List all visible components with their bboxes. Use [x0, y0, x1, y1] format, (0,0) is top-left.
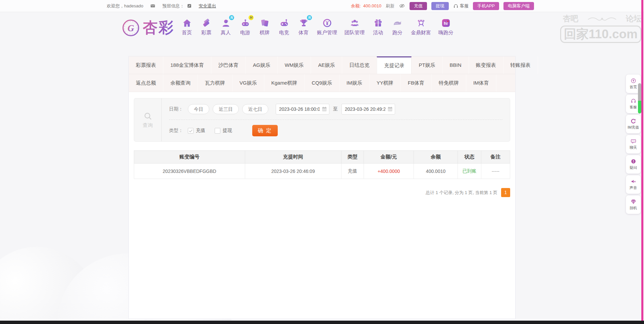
withdraw-checkbox-label[interactable]: 提现 — [223, 128, 232, 134]
side-hangup[interactable]: 挂机 — [626, 195, 641, 214]
message-envelope-icon[interactable] — [150, 3, 156, 9]
customer-service-link[interactable]: 客服 — [453, 3, 469, 9]
tab-item[interactable]: 返点总额 — [129, 74, 163, 92]
headset-icon — [453, 3, 459, 9]
calendar-icon[interactable] — [387, 106, 393, 112]
tab-item[interactable]: VG娱乐 — [232, 74, 264, 92]
main-nav: 首页 彩票 N 真人 H 电游 棋牌 — [177, 17, 457, 36]
tab-recharge-withdraw-records-active[interactable]: 充提记录 — [377, 56, 412, 74]
withdraw-checkbox-unchecked[interactable] — [215, 128, 220, 134]
esports-controller-icon — [278, 17, 290, 28]
tab-item[interactable]: 特免棋牌 — [432, 74, 466, 92]
tab-item[interactable]: YY棋牌 — [370, 74, 401, 92]
col-header: 余额 — [414, 151, 458, 164]
nav-egame[interactable]: H 电游 — [235, 17, 255, 36]
col-header: 账变编号 — [134, 151, 245, 164]
eye-off-icon[interactable] — [399, 3, 405, 9]
service-label: 客服 — [460, 3, 469, 9]
paofen-rhino-icon — [391, 17, 404, 28]
tab-item[interactable]: 188金宝博体育 — [163, 56, 211, 74]
records-table-wrap: 账变编号 充提时间 类型 金额/元 余额 状态 备注 20230326VBBED… — [134, 150, 510, 179]
tab-item[interactable]: 日结总览 — [342, 56, 377, 74]
nav-sports[interactable]: N 体育 — [294, 17, 313, 36]
col-header: 金额/元 — [364, 151, 414, 164]
tab-item[interactable]: 瓦力棋牌 — [198, 74, 232, 92]
search-section[interactable]: 查询 — [134, 98, 162, 141]
tab-item[interactable]: BBIN — [443, 56, 469, 74]
tab-item[interactable]: IM体育 — [466, 74, 496, 92]
tab-item[interactable]: WM娱乐 — [278, 56, 311, 74]
to-label: 至 — [333, 106, 338, 112]
brand-logo[interactable]: G 杏彩 — [122, 18, 174, 38]
col-header: 备注 — [481, 151, 510, 164]
tab-item[interactable]: AG娱乐 — [246, 56, 278, 74]
tab-item[interactable]: 沙巴体育 — [211, 56, 246, 74]
cell-time: 2023-03-26 20:46:09 — [245, 164, 341, 179]
confirm-button[interactable]: 确 定 — [252, 125, 278, 136]
brand-name: 杏彩 — [143, 18, 174, 38]
side-question[interactable]: 疑问 — [626, 155, 641, 174]
tab-item[interactable]: AE娱乐 — [311, 56, 342, 74]
quick-today-button[interactable]: 今日 — [188, 104, 209, 114]
nav-activity[interactable]: 活动 — [368, 17, 388, 36]
nav-jinding-wealth[interactable]: 金鼎财富 — [407, 17, 435, 36]
live-person-icon: N — [220, 17, 232, 28]
nav-team-management[interactable]: 团队管理 — [341, 17, 368, 36]
recharge-button[interactable]: 充值 — [410, 2, 427, 10]
tab-item[interactable]: Kgame棋牌 — [264, 74, 305, 92]
headphones-icon — [631, 98, 636, 104]
mobile-app-button[interactable]: 手机APP — [473, 2, 499, 10]
tab-item[interactable]: FB体育 — [401, 74, 432, 92]
cards-icon — [259, 17, 271, 28]
date-label: 日期： — [169, 106, 183, 112]
quick-3days-button[interactable]: 近三日 — [213, 104, 239, 114]
tab-item[interactable]: 彩票报表 — [129, 56, 163, 74]
nav-hi-paofen[interactable]: hi 嗨跑分 — [435, 17, 457, 36]
tab-item[interactable]: CQ9娱乐 — [305, 74, 339, 92]
scrollbar-thumb[interactable] — [638, 83, 641, 101]
sports-trophy-icon: N — [298, 17, 310, 28]
pc-client-button[interactable]: 电脑客户端 — [503, 2, 534, 10]
balance-text: 余额: 400.0010 — [351, 3, 381, 9]
col-header: 状态 — [458, 151, 481, 164]
edit-pencil-icon[interactable] — [187, 3, 192, 8]
tab-item[interactable]: PT娱乐 — [412, 56, 442, 74]
side-chat[interactable]: 聊天 — [626, 135, 641, 153]
nav-home[interactable]: 首页 — [177, 17, 197, 36]
tab-item[interactable]: IM娱乐 — [339, 74, 370, 92]
header: G 杏彩 首页 彩票 N 真人 H — [0, 12, 644, 55]
col-header: 充提时间 — [245, 151, 341, 164]
cell-remark: ----- — [481, 164, 510, 179]
activity-gift-icon — [372, 17, 384, 28]
nav-lottery[interactable]: 彩票 — [197, 17, 216, 36]
date-filter-row: 日期： 今日 近三日 近七日 至 — [169, 98, 502, 120]
scrollbar-green-indicator — [638, 101, 641, 113]
tab-item[interactable]: 余额查询 — [163, 74, 198, 92]
pagination-summary: 总计 1 个记录, 分为 1 页, 当前第 1 页 — [426, 190, 497, 196]
nav-boardgames[interactable]: 棋牌 — [255, 17, 274, 36]
bottom-dark-bar — [0, 321, 644, 324]
side-im-recharge[interactable]: IM充值 — [626, 115, 641, 133]
date-to-wrap — [341, 104, 395, 114]
page-1-button[interactable]: 1 — [501, 188, 510, 197]
calendar-icon[interactable] — [321, 106, 327, 112]
refresh-link[interactable]: 刷新 — [386, 3, 394, 9]
cell-type: 充值 — [341, 164, 364, 179]
diamond-icon — [631, 199, 636, 204]
recharge-checkbox-label[interactable]: 充值 — [196, 128, 205, 134]
new-badge: N — [307, 15, 312, 20]
quick-7days-button[interactable]: 近七日 — [242, 104, 268, 114]
tab-item[interactable]: 账变报表 — [469, 56, 503, 74]
nav-account-management[interactable]: 账户管理 — [313, 17, 341, 36]
balance-label: 余额: — [351, 3, 361, 8]
nav-paofen[interactable]: 跑分 — [388, 17, 407, 36]
withdraw-button[interactable]: 提现 — [431, 2, 449, 10]
nav-esports[interactable]: 电竞 — [274, 17, 294, 36]
hi-paofen-icon: hi — [440, 17, 452, 28]
side-sound[interactable]: 声音 — [626, 175, 641, 194]
tab-item[interactable]: 转账报表 — [503, 56, 538, 74]
home-icon — [181, 17, 193, 28]
recharge-checkbox-checked[interactable] — [188, 128, 194, 134]
nav-live[interactable]: N 真人 — [216, 17, 235, 36]
logout-link[interactable]: 安全退出 — [199, 3, 216, 9]
